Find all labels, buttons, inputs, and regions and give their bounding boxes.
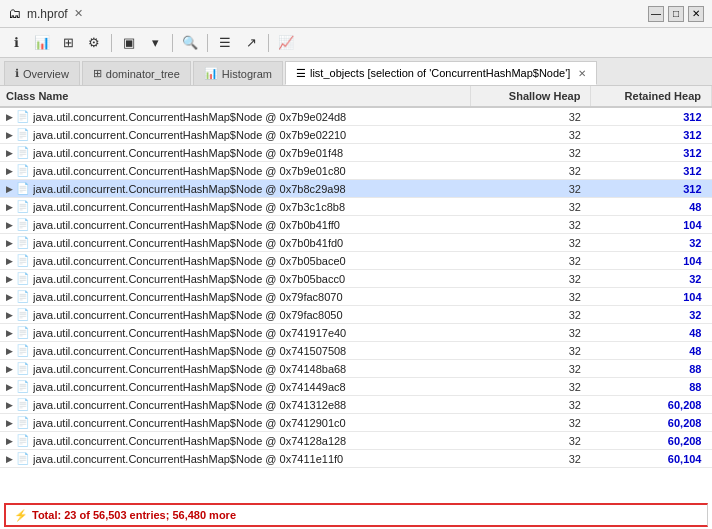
class-name-text: java.util.concurrent.ConcurrentHashMap$N…: [33, 363, 346, 375]
close-tab-icon[interactable]: ✕: [74, 7, 83, 20]
expand-arrow[interactable]: ▶: [6, 220, 13, 230]
cell-shallow-heap: 32: [470, 107, 591, 126]
table-row[interactable]: ▶📄java.util.concurrent.ConcurrentHashMap…: [0, 414, 712, 432]
tab-dominator-label: dominator_tree: [106, 68, 180, 80]
expand-arrow[interactable]: ▶: [6, 382, 13, 392]
content-area: Class Name Shallow Heap Retained Heap ▶📄…: [0, 86, 712, 529]
table-row[interactable]: ▶📄java.util.concurrent.ConcurrentHashMap…: [0, 288, 712, 306]
cell-class-name: ▶📄java.util.concurrent.ConcurrentHashMap…: [0, 234, 470, 251]
expand-arrow[interactable]: ▶: [6, 400, 13, 410]
expand-arrow[interactable]: ▶: [6, 346, 13, 356]
column-header-retained[interactable]: Retained Heap: [591, 86, 712, 107]
table-row[interactable]: ▶📄java.util.concurrent.ConcurrentHashMap…: [0, 360, 712, 378]
tab-dominator-tree[interactable]: ⊞ dominator_tree: [82, 61, 191, 85]
cell-class-name: ▶📄java.util.concurrent.ConcurrentHashMap…: [0, 360, 470, 377]
tab-close-button[interactable]: ✕: [578, 68, 586, 79]
expand-arrow[interactable]: ▶: [6, 418, 13, 428]
table-row[interactable]: ▶📄java.util.concurrent.ConcurrentHashMap…: [0, 180, 712, 198]
tab-overview[interactable]: ℹ Overview: [4, 61, 80, 85]
table-row[interactable]: ▶📄java.util.concurrent.ConcurrentHashMap…: [0, 107, 712, 126]
expand-arrow[interactable]: ▶: [6, 148, 13, 158]
cell-retained-heap: 312: [591, 162, 712, 180]
search-button[interactable]: 🔍: [178, 31, 202, 55]
info-button[interactable]: ℹ: [4, 31, 28, 55]
grid-button[interactable]: ⊞: [56, 31, 80, 55]
expand-arrow[interactable]: ▶: [6, 112, 13, 122]
column-header-class[interactable]: Class Name: [0, 86, 470, 107]
maximize-button[interactable]: □: [668, 6, 684, 22]
expand-arrow[interactable]: ▶: [6, 256, 13, 266]
settings-button[interactable]: ⚙: [82, 31, 106, 55]
tab-list-objects[interactable]: ☰ list_objects [selection of 'Concurrent…: [285, 61, 597, 85]
expand-arrow[interactable]: ▶: [6, 202, 13, 212]
expand-arrow[interactable]: ▶: [6, 328, 13, 338]
class-icon: 📄: [16, 200, 30, 213]
table-row[interactable]: ▶📄java.util.concurrent.ConcurrentHashMap…: [0, 234, 712, 252]
tab-histogram[interactable]: 📊 Histogram: [193, 61, 283, 85]
table-row[interactable]: ▶📄java.util.concurrent.ConcurrentHashMap…: [0, 306, 712, 324]
expand-arrow[interactable]: ▶: [6, 166, 13, 176]
class-icon: 📄: [16, 434, 30, 447]
cell-class-name: ▶📄java.util.concurrent.ConcurrentHashMap…: [0, 324, 470, 341]
class-name-text: java.util.concurrent.ConcurrentHashMap$N…: [33, 309, 343, 321]
expand-arrow[interactable]: ▶: [6, 454, 13, 464]
column-header-shallow[interactable]: Shallow Heap: [470, 86, 591, 107]
class-icon: 📄: [16, 182, 30, 195]
window-controls[interactable]: — □ ✕: [648, 6, 704, 22]
expand-arrow[interactable]: ▶: [6, 310, 13, 320]
expand-arrow[interactable]: ▶: [6, 238, 13, 248]
table-row[interactable]: ▶📄java.util.concurrent.ConcurrentHashMap…: [0, 396, 712, 414]
cell-class-name: ▶📄java.util.concurrent.ConcurrentHashMap…: [0, 288, 470, 305]
overview-icon: ℹ: [15, 67, 19, 80]
expand-arrow[interactable]: ▶: [6, 184, 13, 194]
cell-shallow-heap: 32: [470, 216, 591, 234]
class-icon: 📄: [16, 362, 30, 375]
dropdown-button[interactable]: ▾: [143, 31, 167, 55]
class-name-text: java.util.concurrent.ConcurrentHashMap$N…: [33, 435, 346, 447]
table-row[interactable]: ▶📄java.util.concurrent.ConcurrentHashMap…: [0, 432, 712, 450]
stats-button[interactable]: 📈: [274, 31, 298, 55]
square-button[interactable]: ▣: [117, 31, 141, 55]
cell-shallow-heap: 32: [470, 162, 591, 180]
table-row[interactable]: ▶📄java.util.concurrent.ConcurrentHashMap…: [0, 450, 712, 468]
expand-arrow[interactable]: ▶: [6, 130, 13, 140]
class-name-text: java.util.concurrent.ConcurrentHashMap$N…: [33, 111, 346, 123]
table-row[interactable]: ▶📄java.util.concurrent.ConcurrentHashMap…: [0, 378, 712, 396]
cell-shallow-heap: 32: [470, 198, 591, 216]
close-button[interactable]: ✕: [688, 6, 704, 22]
cell-retained-heap: 32: [591, 234, 712, 252]
menu-button[interactable]: ☰: [213, 31, 237, 55]
chart-button[interactable]: 📊: [30, 31, 54, 55]
minimize-button[interactable]: —: [648, 6, 664, 22]
cell-class-name: ▶📄java.util.concurrent.ConcurrentHashMap…: [0, 216, 470, 233]
table-row[interactable]: ▶📄java.util.concurrent.ConcurrentHashMap…: [0, 342, 712, 360]
dominator-icon: ⊞: [93, 67, 102, 80]
cell-shallow-heap: 32: [470, 450, 591, 468]
expand-arrow[interactable]: ▶: [6, 274, 13, 284]
export-button[interactable]: ↗: [239, 31, 263, 55]
cell-class-name: ▶📄java.util.concurrent.ConcurrentHashMap…: [0, 432, 470, 449]
cell-retained-heap: 312: [591, 107, 712, 126]
table-row[interactable]: ▶📄java.util.concurrent.ConcurrentHashMap…: [0, 162, 712, 180]
class-name-text: java.util.concurrent.ConcurrentHashMap$N…: [33, 237, 343, 249]
cell-shallow-heap: 32: [470, 180, 591, 198]
table-row[interactable]: ▶📄java.util.concurrent.ConcurrentHashMap…: [0, 252, 712, 270]
table-row[interactable]: ▶📄java.util.concurrent.ConcurrentHashMap…: [0, 270, 712, 288]
cell-class-name: ▶📄java.util.concurrent.ConcurrentHashMap…: [0, 450, 470, 467]
class-icon: 📄: [16, 398, 30, 411]
table-row[interactable]: ▶📄java.util.concurrent.ConcurrentHashMap…: [0, 144, 712, 162]
toolbar-separator-2: [172, 34, 173, 52]
expand-arrow[interactable]: ▶: [6, 436, 13, 446]
tab-list-objects-label: list_objects [selection of 'ConcurrentHa…: [310, 67, 570, 79]
table-row[interactable]: ▶📄java.util.concurrent.ConcurrentHashMap…: [0, 126, 712, 144]
table-container[interactable]: Class Name Shallow Heap Retained Heap ▶📄…: [0, 86, 712, 501]
expand-arrow[interactable]: ▶: [6, 292, 13, 302]
table-row[interactable]: ▶📄java.util.concurrent.ConcurrentHashMap…: [0, 198, 712, 216]
table-row[interactable]: ▶📄java.util.concurrent.ConcurrentHashMap…: [0, 324, 712, 342]
table-row[interactable]: ▶📄java.util.concurrent.ConcurrentHashMap…: [0, 216, 712, 234]
class-icon: 📄: [16, 416, 30, 429]
cell-retained-heap: 48: [591, 324, 712, 342]
expand-arrow[interactable]: ▶: [6, 364, 13, 374]
class-icon: 📄: [16, 452, 30, 465]
class-icon: 📄: [16, 380, 30, 393]
